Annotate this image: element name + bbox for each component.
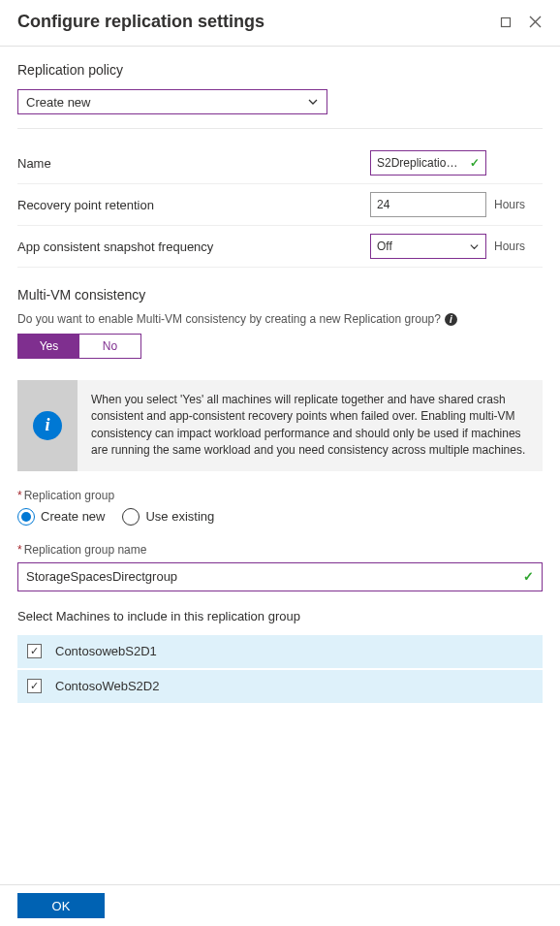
machine-name: ContosowebS2D1 <box>55 644 157 658</box>
radio-create-new[interactable]: Create new <box>17 508 105 526</box>
info-banner: i When you select 'Yes' all machines wil… <box>17 380 543 471</box>
info-icon: i <box>33 411 62 440</box>
info-icon[interactable]: i <box>445 313 457 326</box>
page-title: Configure replication settings <box>17 12 486 32</box>
policy-name-label: Name <box>17 156 370 171</box>
table-row[interactable]: ✓ ContosoWebS2D2 <box>17 670 543 705</box>
checkmark-icon: ✓ <box>523 569 534 584</box>
multivm-title: Multi-VM consistency <box>17 287 543 303</box>
multivm-question: Do you want to enable Multi-VM consisten… <box>17 312 543 326</box>
multivm-no-button[interactable]: No <box>79 335 140 358</box>
snapshot-value: Off <box>377 239 392 253</box>
chevron-down-icon <box>469 241 480 252</box>
snapshot-dropdown[interactable]: Off <box>370 234 486 259</box>
retention-value: 24 <box>377 198 389 211</box>
info-banner-text: When you select 'Yes' all machines will … <box>78 380 543 471</box>
machine-name: ContosoWebS2D2 <box>55 679 159 693</box>
replication-policy-title: Replication policy <box>17 62 543 78</box>
multivm-toggle: Yes No <box>17 334 141 359</box>
retention-label: Recovery point retention <box>17 198 370 212</box>
radio-use-existing[interactable]: Use existing <box>122 508 214 526</box>
ok-button[interactable]: OK <box>17 893 105 918</box>
checkbox[interactable]: ✓ <box>27 644 42 658</box>
policy-name-value: S2Dreplication ... <box>377 156 464 170</box>
replication-group-name-value: StorageSpacesDirectgroup <box>26 569 177 584</box>
restore-window-button[interactable] <box>496 13 515 32</box>
retention-input[interactable]: 24 <box>370 192 486 217</box>
close-button[interactable] <box>525 13 544 32</box>
table-row[interactable]: ✓ ContosowebS2D1 <box>17 635 543 670</box>
snapshot-label: App consistent snapshot frequency <box>17 239 370 254</box>
checkmark-icon: ✓ <box>470 156 480 170</box>
multivm-yes-button[interactable]: Yes <box>18 335 79 358</box>
svg-rect-0 <box>502 17 511 26</box>
snapshot-unit: Hours <box>494 239 543 253</box>
replication-group-name-label: *Replication group name <box>17 543 543 557</box>
replication-policy-value: Create new <box>26 95 90 110</box>
chevron-down-icon <box>307 96 319 108</box>
replication-group-name-input[interactable]: StorageSpacesDirectgroup ✓ <box>17 562 543 591</box>
retention-unit: Hours <box>494 198 543 211</box>
policy-name-input[interactable]: S2Dreplication ... ✓ <box>370 150 486 176</box>
machines-label: Select Machines to include in this repli… <box>17 609 543 623</box>
checkbox[interactable]: ✓ <box>27 679 42 693</box>
replication-policy-dropdown[interactable]: Create new <box>17 89 327 114</box>
replication-group-label: *Replication group <box>17 489 543 502</box>
